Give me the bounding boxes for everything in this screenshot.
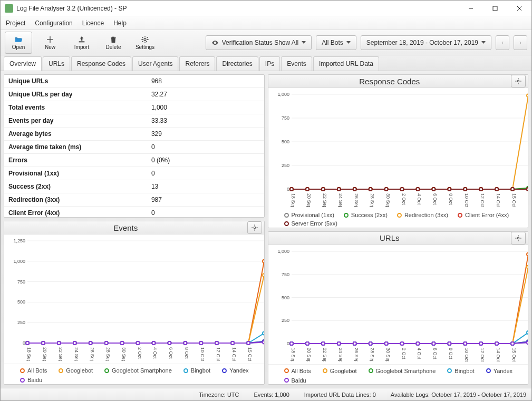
svg-text:26 Sep: 26 Sep	[90, 347, 95, 361]
stat-label: Average bytes	[4, 128, 147, 141]
stat-label: Average time taken (ms)	[4, 141, 147, 154]
svg-text:8 Oct: 8 Oct	[184, 347, 189, 359]
maximize-button[interactable]	[483, 1, 507, 16]
bots-dropdown[interactable]: All Bots	[316, 35, 356, 50]
legend-dot	[486, 368, 491, 373]
legend-label: Googlebot	[330, 368, 357, 374]
svg-text:17 Oct: 17 Oct	[527, 348, 529, 361]
svg-text:6 Oct: 6 Oct	[432, 193, 438, 205]
legend-item[interactable]: Baidu	[284, 377, 306, 384]
legend-item[interactable]: Yandex	[222, 367, 249, 374]
legend-item[interactable]: Baidu	[20, 377, 42, 383]
stat-label: Unique URLs	[4, 75, 147, 88]
svg-point-6	[254, 227, 256, 229]
legend-item[interactable]: Googlebot	[323, 368, 357, 374]
folder-open-icon	[14, 35, 23, 44]
settings-button[interactable]: Settings	[131, 32, 159, 54]
stat-value: 0	[147, 167, 264, 180]
tab-response-codes[interactable]: Response Codes	[71, 56, 131, 71]
legend-item[interactable]: Bingbot	[183, 367, 210, 374]
response-codes-chart: 02505007501,00018 Sep20 Sep22 Sep24 Sep2…	[268, 88, 528, 210]
menu-project[interactable]: Project	[6, 19, 25, 27]
stat-label: Client Error (4xx)	[4, 207, 147, 218]
legend-item[interactable]: All Bots	[20, 367, 47, 374]
open-button[interactable]: Open	[5, 32, 32, 54]
svg-text:250: 250	[281, 163, 289, 168]
menu-configuration[interactable]: Configuration	[35, 19, 72, 27]
tabs: Overview URLs Response Codes User Agents…	[1, 55, 531, 71]
gear-icon	[251, 224, 258, 231]
tab-imported-url[interactable]: Imported URL Data	[313, 56, 379, 71]
stat-value: 968	[147, 75, 264, 88]
svg-point-232	[448, 188, 451, 191]
svg-text:12 Oct: 12 Oct	[480, 348, 485, 361]
svg-point-280	[527, 252, 529, 256]
verification-dropdown[interactable]: Verification Status Show All	[206, 35, 312, 50]
legend-item[interactable]: Server Error (5xx)	[284, 220, 337, 227]
svg-text:250: 250	[17, 320, 25, 325]
svg-text:6 Oct: 6 Oct	[432, 348, 438, 359]
delete-label: Delete	[106, 44, 121, 50]
svg-point-125	[183, 341, 187, 345]
svg-text:20 Sep: 20 Sep	[42, 347, 47, 361]
tab-user-agents[interactable]: User Agents	[132, 56, 178, 71]
legend-label: Success (2xx)	[351, 212, 388, 218]
legend-item[interactable]: Redirection (3xx)	[397, 212, 448, 218]
content: Unique URLs968Unique URLs per day32.27To…	[1, 71, 531, 388]
legend-item[interactable]: Provisional (1xx)	[284, 212, 334, 218]
minimize-button[interactable]	[459, 1, 483, 16]
svg-text:500: 500	[281, 295, 289, 300]
delete-button[interactable]: Delete	[100, 32, 127, 54]
tab-directories[interactable]: Directories	[216, 56, 258, 71]
svg-text:28 Sep: 28 Sep	[369, 348, 374, 361]
svg-text:750: 750	[281, 271, 289, 277]
events-gear-button[interactable]	[247, 221, 262, 234]
app-icon	[5, 4, 13, 13]
import-label: Import	[74, 44, 89, 50]
verification-label: Verification Status Show All	[222, 39, 298, 46]
svg-point-121	[121, 341, 124, 345]
legend-item[interactable]: Success (2xx)	[344, 212, 388, 218]
events-title: Events	[4, 223, 247, 232]
stat-value: 0	[147, 141, 264, 154]
svg-point-117	[57, 341, 61, 345]
date-prev-button[interactable]: ‹	[496, 35, 509, 50]
svg-point-350	[369, 342, 372, 345]
legend-item[interactable]: Bingbot	[447, 368, 474, 374]
legend-item[interactable]: Googlebot Smartphone	[369, 368, 436, 374]
menu-licence[interactable]: Licence	[82, 19, 104, 27]
menu-help[interactable]: Help	[113, 19, 127, 27]
legend-item[interactable]: All Bots	[284, 368, 311, 374]
svg-text:22 Sep: 22 Sep	[322, 193, 327, 207]
svg-point-50	[263, 260, 265, 263]
legend-item[interactable]: Googlebot	[59, 367, 93, 374]
legend-label: Baidu	[292, 377, 306, 384]
tab-overview[interactable]: Overview	[4, 56, 42, 71]
tab-ips[interactable]: IPs	[259, 56, 280, 71]
table-row: Events per day33.33	[4, 114, 264, 128]
new-button[interactable]: New	[36, 32, 64, 54]
svg-point-98	[263, 331, 265, 335]
legend-item[interactable]: Yandex	[486, 368, 513, 374]
svg-point-352	[400, 342, 403, 345]
tab-urls[interactable]: URLs	[43, 56, 70, 71]
response-codes-gear-button[interactable]	[511, 75, 526, 87]
import-button[interactable]: Import	[68, 32, 95, 54]
close-button[interactable]	[507, 1, 531, 16]
stats-scroll[interactable]: Unique URLs968Unique URLs per day32.27To…	[4, 75, 264, 217]
tab-events[interactable]: Events	[281, 56, 312, 71]
svg-text:14 Oct: 14 Oct	[231, 347, 237, 361]
daterange-dropdown[interactable]: September 18, 2019 - October 17, 2019	[361, 35, 491, 50]
legend-item[interactable]: Client Error (4xx)	[458, 212, 509, 218]
svg-text:14 Oct: 14 Oct	[496, 193, 501, 207]
legend-item[interactable]: Googlebot Smartphone	[104, 367, 172, 374]
svg-point-235	[495, 188, 498, 191]
status-events: Events: 1,000	[254, 392, 289, 398]
tab-referers[interactable]: Referers	[179, 56, 215, 71]
svg-text:20 Sep: 20 Sep	[306, 348, 311, 361]
svg-text:24 Sep: 24 Sep	[337, 348, 343, 361]
urls-gear-button[interactable]	[511, 232, 526, 244]
date-next-button[interactable]: ›	[514, 35, 527, 50]
svg-text:26 Sep: 26 Sep	[353, 193, 359, 207]
legend-dot	[59, 368, 63, 373]
